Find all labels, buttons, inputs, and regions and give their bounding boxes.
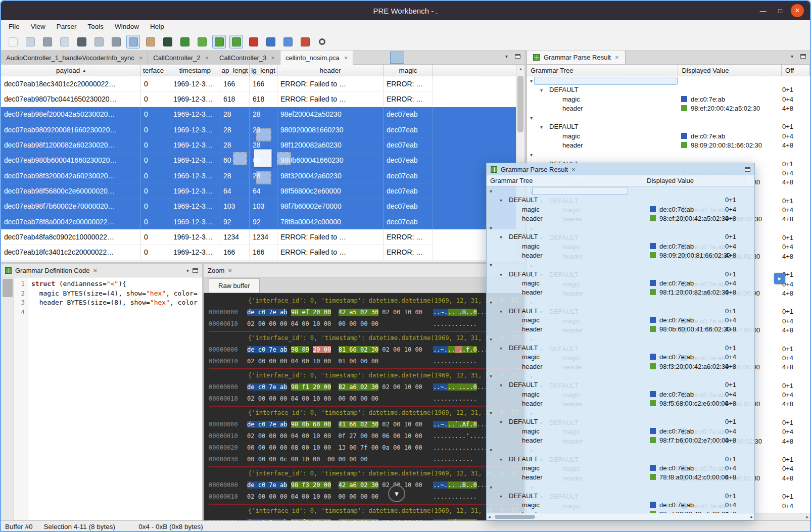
code-line[interactable]: struct (endianness="<"){ (31, 279, 202, 289)
save-button[interactable] (40, 35, 54, 49)
tree-row-header[interactable]: header98:f7:b6:00:02:e7:00:004+8 (487, 436, 754, 445)
tree-row-root[interactable]: ▾ (487, 298, 754, 307)
code-editor[interactable]: struct (endianness="<"){ magic BYTES(siz… (28, 277, 202, 520)
tree-row-default[interactable]: ▾DEFAULT0+1 (487, 232, 754, 241)
tree-row-root[interactable]: ▾ (487, 186, 754, 196)
collapse-icon[interactable]: ▾ (490, 187, 497, 196)
tree-row-root[interactable]: ▾ (487, 408, 754, 417)
parse-column-displayed-value[interactable]: Displayed Value (678, 65, 782, 76)
parse-grid-alt-button[interactable] (229, 35, 243, 49)
menu-help[interactable]: Help (145, 20, 170, 33)
collapse-icon[interactable]: ▾ (500, 196, 507, 205)
float-column-displayed-value[interactable]: Displayed Value (643, 175, 744, 186)
import-button[interactable] (58, 35, 71, 49)
tree-row-header[interactable]: header98:ef:20:00:42:a5:02:304+8 (487, 214, 754, 223)
column-header-magic[interactable]: magic (384, 65, 433, 76)
plant-button[interactable] (195, 35, 209, 49)
tree-row-magic[interactable]: magicde:c0:7e:ab0+4 (527, 95, 810, 104)
collapse-icon[interactable]: ▾ (490, 446, 497, 455)
tree-row-root[interactable]: ▾ (527, 76, 810, 85)
scroll-right-icon[interactable]: ▸ (750, 514, 753, 519)
tree-row-magic[interactable]: magicde:c0:7e:ab0+4 (487, 242, 754, 251)
user-profile-button[interactable] (144, 35, 157, 49)
tree-row-header[interactable]: header98:09:20:00:81:66:02:304+8 (527, 141, 810, 150)
minimize-button[interactable]: — (756, 4, 770, 17)
menu-parser[interactable]: Parser (51, 20, 82, 33)
close-panel-icon[interactable]: × (228, 267, 232, 274)
table-row[interactable]: dec07eab98f56800c2e60000020…01969-12-3…6… (1, 183, 516, 199)
tree-row-default[interactable]: ▾DEFAULT0+1 (487, 307, 754, 316)
collapse-icon[interactable]: ▾ (490, 409, 497, 418)
close-panel-icon[interactable]: × (571, 166, 576, 173)
tree-row-root[interactable]: ▾ (487, 334, 754, 344)
column-header-terface[interactable]: terface_ (141, 65, 170, 76)
flip-view-button[interactable] (126, 35, 140, 49)
collapse-icon[interactable]: ▾ (540, 123, 547, 132)
tree-row-header[interactable]: header98:f3:20:00:42:a6:02:304+8 (487, 362, 754, 371)
tree-row-default[interactable]: ▾DEFAULT0+1 (487, 417, 754, 426)
table-row[interactable]: dec07eab18fc3401c2c20000022…01969-12-3…1… (1, 245, 516, 260)
panel-menu-icon[interactable]: ▾ (186, 268, 189, 273)
open-file-button[interactable] (23, 35, 37, 49)
jump-to-bottom-button[interactable]: ▼ (388, 485, 405, 502)
cut-button[interactable] (75, 35, 88, 49)
parse-column-grammar-tree[interactable]: Grammar Tree (527, 65, 678, 76)
collapse-icon[interactable]: ▾ (490, 224, 497, 233)
tab-list-dropdown-icon[interactable]: ▾ (505, 54, 508, 59)
menu-tools[interactable]: Tools (82, 20, 110, 33)
tree-row-magic[interactable]: magicde:c0:7e:ab0+4 (527, 132, 810, 141)
scroll-left-icon[interactable]: ◂ (488, 514, 491, 519)
copy-button[interactable] (92, 35, 106, 49)
code-scroll-strip[interactable] (1, 277, 14, 520)
collapse-icon[interactable]: ▾ (490, 483, 497, 492)
tree-row-root[interactable]: ▾ (487, 260, 754, 269)
tree-row-magic[interactable]: magicde:c0:7e:ab0+4 (487, 316, 754, 325)
search-button[interactable] (315, 35, 329, 49)
tree-row-header[interactable]: header98:f5:68:00:c2:e6:00:004+8 (487, 399, 754, 408)
tab-close-icon[interactable]: × (205, 54, 209, 62)
maximize-button[interactable]: □ (774, 4, 787, 17)
tree-row-default[interactable]: ▾DEFAULT0+1 (487, 270, 754, 279)
collapse-icon[interactable]: ▾ (500, 418, 507, 427)
code-panel-header[interactable]: Grammar Definition Code × ▾ (1, 264, 202, 277)
float-column-grammar-tree[interactable]: Grammar Tree (487, 175, 643, 186)
tree-row-header[interactable]: header78:f8:a0:00:42:c0:00:004+8 (487, 473, 754, 482)
scrollbar-thumb[interactable] (495, 515, 535, 519)
close-panel-icon[interactable]: × (93, 267, 97, 274)
tree-row-default[interactable]: ▾DEFAULT0+1 (487, 344, 754, 353)
table-row[interactable]: dec07eab48fa8c0902c10000022…01969-12-3…1… (1, 229, 516, 245)
scroll-page-right-button[interactable]: ▸ (774, 273, 785, 284)
table-row[interactable]: dec07eab98f7b60002e70000020…01969-12-3…1… (1, 199, 516, 214)
column-header-payload[interactable]: payload▴ (1, 65, 141, 76)
collapse-icon[interactable]: ▾ (500, 233, 507, 242)
column-header-ap-lengt[interactable]: ap_lengt (220, 65, 250, 76)
pin-button[interactable] (298, 35, 312, 49)
menu-file[interactable]: File (3, 20, 25, 33)
float-panel-icon[interactable] (800, 54, 806, 59)
tree-row-root[interactable]: ▾ (527, 113, 810, 122)
tree-row-root[interactable]: ▾ (487, 371, 754, 380)
tab-close-icon[interactable]: × (271, 54, 275, 62)
tree-row-default[interactable]: ▾DEFAULT0+1 (527, 122, 810, 131)
code-line[interactable] (31, 308, 202, 317)
table-row[interactable]: dec07eab98ef200042a50230020…01969-12-3…2… (1, 107, 516, 122)
dock-panel-icon[interactable] (745, 167, 750, 172)
panel-menu-icon[interactable]: ▾ (791, 54, 793, 59)
screen-zoom-button[interactable] (281, 35, 295, 49)
collapse-icon[interactable]: ▾ (490, 261, 497, 270)
marker-button[interactable] (247, 35, 260, 49)
column-header-ig-lengt[interactable]: ig_lengt (250, 65, 277, 76)
tree-row-default[interactable]: ▾DEFAULT0+1 (487, 196, 754, 205)
close-button[interactable]: × (791, 4, 804, 17)
tab-cellinfo-nosim-pca[interactable]: cellinfo_nosim.pca× (280, 51, 354, 65)
floating-hscrollbar[interactable]: ◂ ▸ (487, 513, 754, 520)
screen-capture-button[interactable] (161, 35, 174, 49)
tree-row-root[interactable]: ▾ (487, 223, 754, 232)
table-row[interactable]: dec07eab9807bc0441650230020…01969-12-3…6… (1, 91, 516, 107)
float-panel-icon[interactable] (193, 268, 198, 273)
tab-callcontroller-3[interactable]: CallController_3× (214, 51, 280, 65)
tree-row-magic[interactable]: magicde:c0:7e:ab0+4 (487, 390, 754, 399)
bug-button[interactable] (178, 35, 192, 49)
column-header-header[interactable]: header (277, 65, 384, 76)
tree-row-root[interactable]: ▾ (527, 150, 810, 159)
